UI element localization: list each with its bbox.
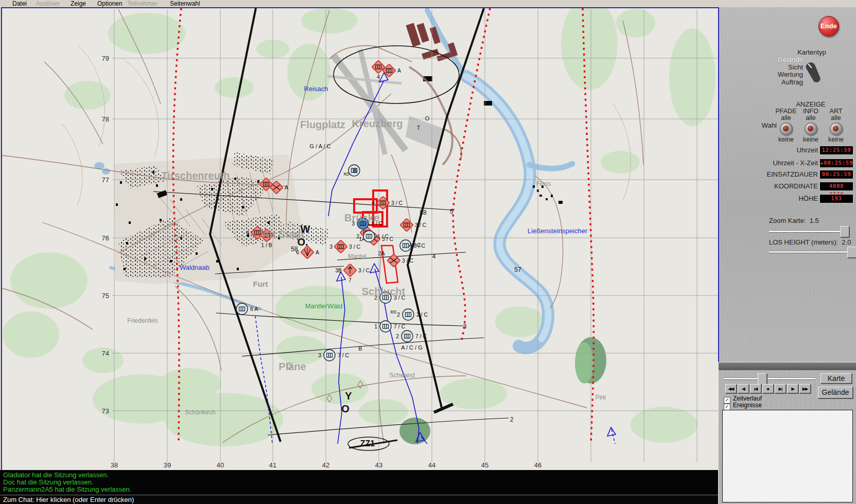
map-label: ZZ1 bbox=[360, 439, 375, 448]
kartentyp-option-auftrag[interactable]: Auftrag bbox=[740, 79, 803, 86]
map-label: A / C bbox=[409, 242, 421, 248]
chat-prompt-bar[interactable]: Zum Chat: Hier klicken (oder Enter drück… bbox=[0, 495, 718, 504]
field-value-display: +00:25:59 bbox=[819, 159, 853, 168]
svg-text:4: 4 bbox=[377, 74, 380, 80]
map-label: Furt bbox=[253, 280, 268, 288]
step-back-button[interactable]: |◀ bbox=[750, 384, 762, 394]
ende-button[interactable]: Ende bbox=[818, 16, 839, 37]
los-height-slider[interactable] bbox=[769, 251, 850, 253]
anzeige-name: INFO bbox=[796, 108, 825, 114]
kartentyp-option-sicht[interactable]: Sicht bbox=[740, 64, 803, 72]
svg-text:3B: 3B bbox=[335, 267, 342, 273]
menu-bar: DateiAuslöserZeigeOptionenTeilnehmerSeit… bbox=[0, 0, 856, 7]
svg-text:3 / C: 3 / C bbox=[349, 244, 361, 250]
map-label: G / A / C bbox=[310, 143, 331, 149]
svg-text:3 / C: 3 / C bbox=[391, 200, 403, 206]
fast-forward-button[interactable]: ▶▶ bbox=[799, 384, 811, 394]
anzeige-keine-label: keine bbox=[796, 136, 825, 143]
timeline-slider-thumb[interactable] bbox=[758, 373, 767, 385]
checkbox-label: Zeitverlauf bbox=[733, 395, 762, 402]
karte-button[interactable]: Karte bbox=[820, 373, 852, 384]
map-label: Reisach bbox=[304, 85, 328, 93]
art-knob[interactable] bbox=[830, 123, 843, 135]
map-label: O. bbox=[297, 236, 308, 248]
map-label: T bbox=[417, 125, 421, 131]
map-label: Friedenfels bbox=[127, 317, 158, 324]
field-value-display: 193 bbox=[819, 194, 853, 203]
map-label: 4 bbox=[432, 253, 436, 260]
field-value-display: 00:25:59 bbox=[819, 170, 853, 179]
field-row: HÖHE193 bbox=[719, 194, 856, 203]
kartentyp-knob-icon[interactable] bbox=[805, 62, 823, 82]
pfade-knob[interactable] bbox=[780, 123, 793, 135]
map-label: Kreuzberg bbox=[352, 118, 403, 129]
zoom-karte-slider-thumb[interactable] bbox=[840, 226, 850, 238]
map-label: Flugplatz bbox=[300, 119, 345, 130]
map-label: O bbox=[341, 403, 350, 414]
map-label: Mantel bbox=[348, 253, 366, 260]
event-list[interactable] bbox=[722, 410, 853, 502]
map-label: xo bbox=[343, 170, 350, 177]
svg-text:7 / C: 7 / C bbox=[415, 333, 427, 339]
grid-label-x: 42 bbox=[322, 461, 329, 469]
los-height-slider-thumb[interactable] bbox=[847, 247, 856, 258]
anzeige-alle-label: alle bbox=[822, 115, 850, 121]
menu-item-teilnehmer: Teilnehmer bbox=[127, 0, 158, 7]
grid-label-y: 77 bbox=[102, 176, 109, 184]
svg-text:1: 1 bbox=[374, 323, 377, 329]
grid-label-x: 38 bbox=[111, 461, 118, 469]
map-label: xo bbox=[390, 308, 396, 315]
map-label: MantlerWald bbox=[305, 302, 342, 310]
menu-item-optionen[interactable]: Optionen bbox=[97, 0, 123, 7]
menu-item-datei[interactable]: Datei bbox=[12, 0, 27, 7]
grid-label-y: 78 bbox=[102, 115, 109, 123]
field-row: Uhrzeit12:25:59 bbox=[719, 146, 856, 154]
field-row: Uhrzeit - X-Zeit+00:25:59 bbox=[719, 159, 856, 167]
map-label: Brücke bbox=[344, 212, 379, 223]
map-label: Schwand bbox=[389, 372, 414, 379]
svg-text:7 / C: 7 / C bbox=[394, 323, 406, 329]
play-reverse-button[interactable]: ◀ bbox=[738, 384, 749, 394]
step-forward-button[interactable]: ▶| bbox=[775, 384, 787, 394]
map-label: Pläne bbox=[278, 361, 306, 372]
rewind-button[interactable]: ◀◀ bbox=[725, 384, 737, 394]
grid-label-y: 73 bbox=[102, 407, 109, 415]
svg-text:2: 2 bbox=[397, 311, 400, 318]
menu-item-zeige[interactable]: Zeige bbox=[71, 0, 86, 7]
svg-text:4: 4 bbox=[246, 230, 249, 236]
map-label: B bbox=[353, 168, 357, 174]
svg-text:2 / C: 2 / C bbox=[416, 311, 428, 318]
map-label: 88 bbox=[420, 209, 427, 216]
map-canvas[interactable]: 79787776757473383940414243444546 bbox=[2, 8, 718, 470]
grid-label-x: 45 bbox=[481, 461, 488, 469]
svg-text:3 / C: 3 / C bbox=[358, 267, 370, 273]
chat-message: Gladiator hat die Sitzung verlassen. bbox=[0, 472, 718, 479]
gelaende-button[interactable]: Gelände bbox=[818, 387, 853, 399]
chat-log: Gladiator hat die Sitzung verlassen.Doc … bbox=[0, 470, 718, 495]
field-value-display: 4808 7378 bbox=[819, 182, 853, 191]
map-label: A / C / G bbox=[401, 344, 423, 351]
kartentyp-options: GeländeSichtWertungAuftrag bbox=[740, 56, 803, 86]
svg-text:A: A bbox=[397, 67, 401, 74]
menu-item-auslöser: Auslöser bbox=[36, 0, 60, 7]
stop-button[interactable]: ■ bbox=[762, 384, 774, 394]
playback-panel: ◀◀◀|◀■▶|▶▶▶ Karte Gelände ✓Zeitverlauf✓E… bbox=[718, 362, 856, 504]
svg-text:6 A: 6 A bbox=[250, 306, 258, 312]
map-label: O bbox=[425, 115, 430, 121]
zoom-karte-slider[interactable] bbox=[769, 230, 850, 233]
field-value-display: 12:25:59 bbox=[819, 146, 853, 155]
map-label: W bbox=[301, 223, 310, 235]
kartentyp-option-gelände[interactable]: Gelände bbox=[740, 56, 803, 64]
timeline-slider[interactable] bbox=[724, 377, 815, 380]
anzeige-column-art: ARTallekeine bbox=[822, 108, 850, 143]
play-button[interactable]: ▶ bbox=[787, 384, 799, 394]
info-knob[interactable] bbox=[805, 123, 817, 135]
anzeige-keine-label: keine bbox=[822, 136, 850, 143]
svg-text:2: 2 bbox=[396, 333, 399, 339]
svg-text:3: 3 bbox=[318, 352, 321, 358]
svg-text:1 / B: 1 / B bbox=[261, 242, 272, 248]
kartentyp-option-wertung[interactable]: Wertung bbox=[740, 71, 803, 79]
grid-label-y: 76 bbox=[102, 234, 109, 242]
zoom-karte-label: Zoom Karte: 1.5 bbox=[769, 217, 819, 224]
menu-item-seitenwahl[interactable]: Seitenwahl bbox=[170, 0, 200, 7]
